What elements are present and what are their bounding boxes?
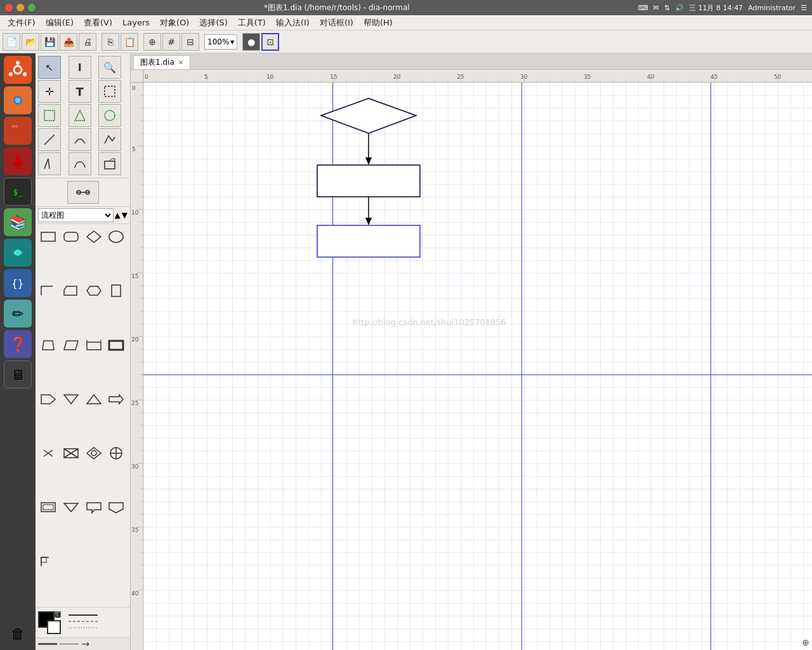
firefox-icon[interactable]	[4, 86, 32, 114]
shape3-tool[interactable]	[98, 104, 121, 127]
box-tool[interactable]	[98, 152, 121, 175]
duplicate-button[interactable]: ⊕	[143, 33, 161, 51]
swap-colors-icon[interactable]: ↺	[55, 611, 61, 618]
diagram-canvas-container[interactable]: http://blog.csdn.net/shui1025701856	[143, 83, 812, 650]
menu-tools[interactable]: 工具(T)	[233, 16, 271, 30]
diagram-tab[interactable]: 图表1.dia ✕	[133, 55, 190, 69]
shape-rounded-rect[interactable]	[61, 227, 81, 247]
zoom-tool[interactable]: 🔍	[98, 56, 121, 79]
shape-diamond-circle[interactable]	[84, 443, 104, 463]
special-tool[interactable]	[67, 181, 99, 204]
new-button[interactable]: 📄	[3, 33, 20, 51]
shape-db-rect[interactable]	[38, 497, 58, 517]
bezier-tool[interactable]	[69, 152, 91, 175]
shape-category-select[interactable]: 流程图	[38, 208, 114, 222]
shape-notch-rect[interactable]	[38, 389, 58, 409]
screen-icon[interactable]: 🖥	[4, 361, 32, 388]
clock: 三 11月 8 14:47	[689, 3, 743, 13]
line-style-2[interactable]	[60, 644, 79, 644]
polyline-tool[interactable]	[98, 128, 121, 151]
paste-button[interactable]: 📋	[121, 33, 138, 51]
help-icon[interactable]: ❓	[4, 330, 32, 358]
open-button[interactable]: 📂	[22, 33, 39, 51]
grid-toggle-button[interactable]: ⊡	[261, 33, 279, 51]
fit-button[interactable]: ⊟	[181, 33, 199, 51]
system-menu-icon[interactable]: ☰	[801, 4, 807, 12]
shape-down-triangle[interactable]	[61, 389, 81, 409]
shape-diamond[interactable]	[84, 227, 104, 247]
shape-parallelogram[interactable]	[61, 335, 81, 355]
print-icon-button[interactable]: 🖨	[79, 33, 96, 51]
shape-tall-rect[interactable]	[106, 281, 126, 301]
background-color[interactable]	[47, 620, 61, 634]
shape1-tool[interactable]	[38, 104, 61, 127]
menu-view[interactable]: 查看(V)	[79, 16, 117, 30]
select-rect-tool[interactable]	[98, 80, 121, 103]
wine-icon[interactable]	[4, 147, 32, 175]
diagram-svg[interactable]	[143, 83, 812, 650]
window-controls[interactable]	[5, 4, 36, 11]
menu-input[interactable]: 输入法(I)	[271, 16, 315, 30]
menu-objects[interactable]: 对象(O)	[155, 16, 194, 30]
export-button[interactable]: 📤	[60, 33, 77, 51]
shape2-tool[interactable]	[69, 104, 91, 127]
expand-icon[interactable]: ⊕	[802, 637, 809, 647]
tab-close-button[interactable]: ✕	[178, 59, 183, 66]
line-tool[interactable]	[38, 128, 61, 151]
curve-tool[interactable]	[69, 128, 91, 151]
shape-process[interactable]	[38, 227, 58, 247]
shape-down-tri2[interactable]	[61, 497, 81, 517]
snap-button[interactable]: ●	[242, 33, 260, 51]
shape-caption[interactable]	[84, 497, 104, 517]
svg-rect-9	[11, 125, 18, 128]
close-button[interactable]	[5, 4, 13, 11]
arrow-style[interactable]: →	[81, 638, 89, 650]
menu-help[interactable]: 帮助(H)	[358, 16, 398, 30]
shape-tape[interactable]	[84, 335, 104, 355]
books-icon[interactable]: 📚	[4, 208, 32, 236]
zoom-select[interactable]: 100% ▾	[204, 34, 237, 50]
maximize-button[interactable]	[28, 4, 36, 11]
minimize-button[interactable]	[16, 4, 24, 11]
shape-up-triangle[interactable]	[84, 389, 104, 409]
move-tool[interactable]: ✛	[38, 80, 61, 103]
shape-thick-rect[interactable]	[106, 335, 126, 355]
menu-file[interactable]: 文件(F)	[3, 16, 41, 30]
shape-corner[interactable]	[38, 281, 58, 301]
menu-edit[interactable]: 编辑(E)	[41, 16, 79, 30]
diagram-canvas[interactable]: http://blog.csdn.net/shui1025701856	[143, 83, 812, 650]
svg-text:10: 10	[266, 74, 274, 80]
shape-x-box[interactable]	[61, 443, 81, 463]
shape-down-icon[interactable]: ▼	[122, 211, 128, 220]
ubuntu-icon[interactable]	[4, 56, 32, 84]
shape-x-circle[interactable]	[38, 443, 58, 463]
shape-corner2[interactable]	[38, 552, 58, 572]
files-icon[interactable]	[4, 117, 32, 145]
synapse-icon[interactable]	[4, 239, 32, 267]
shape-up-icon[interactable]: ▲	[115, 211, 121, 220]
shape-circle[interactable]	[106, 227, 126, 247]
text2-tool[interactable]: T	[69, 80, 91, 103]
terminal-icon[interactable]: $_	[4, 178, 32, 206]
shape-right-arrow[interactable]	[106, 389, 126, 409]
save-button[interactable]: 💾	[41, 33, 58, 51]
select-tool[interactable]: ↖	[38, 56, 61, 79]
text-tool[interactable]: I	[69, 56, 91, 79]
pencil-icon[interactable]: ✏️	[4, 300, 32, 328]
trash-icon[interactable]: 🗑	[4, 620, 32, 647]
svg-text:0: 0	[132, 85, 136, 91]
shape-circle-cross[interactable]	[106, 443, 126, 463]
color-picker[interactable]: ↺	[38, 611, 61, 634]
shape-trapezoid[interactable]	[38, 335, 58, 355]
brackets-icon[interactable]: {}	[4, 269, 32, 297]
copy-button[interactable]: ⎘	[102, 33, 119, 51]
menu-dialogs[interactable]: 对话框(I)	[315, 16, 358, 30]
shape-hexagon[interactable]	[84, 281, 104, 301]
shape-chevron-down[interactable]	[106, 497, 126, 517]
zigzag-tool[interactable]	[38, 152, 61, 175]
menu-layers[interactable]: Layers	[117, 17, 155, 29]
line-style-1[interactable]	[38, 643, 57, 645]
menu-select[interactable]: 选择(S)	[194, 16, 232, 30]
grid-button[interactable]: #	[162, 33, 180, 51]
shape-cut-rect[interactable]	[61, 281, 81, 301]
